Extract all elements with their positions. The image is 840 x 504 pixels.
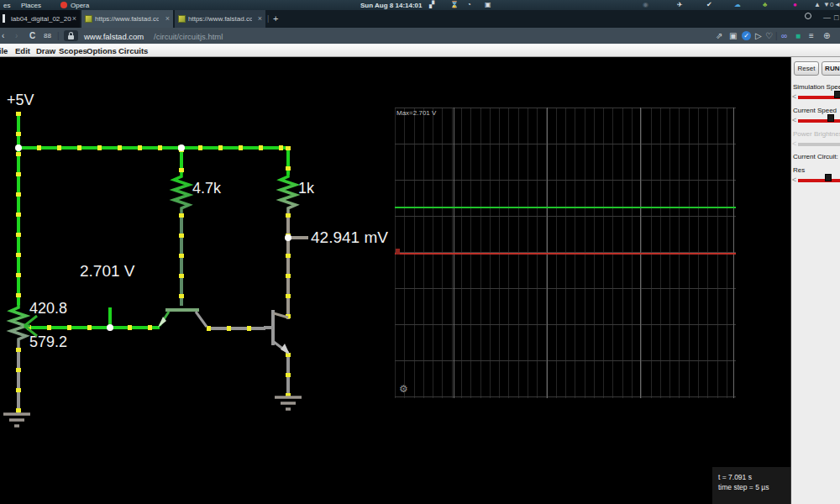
slider-arrow-icon: < (792, 176, 796, 184)
menu-options[interactable]: Options (87, 46, 117, 55)
readout-stub-wire[interactable] (290, 236, 308, 239)
leaf-icon[interactable]: ♣ (763, 1, 767, 8)
menu-circuits[interactable]: Circuits (118, 46, 148, 55)
circuit-canvas[interactable]: +5V 4.7k 1k 42.941 mV 2.701 V 420.8 579.… (0, 57, 790, 504)
tab-falstad-active[interactable]: https://www.falstad.com/ × (81, 10, 173, 28)
heart-icon[interactable]: ♡ (765, 31, 773, 40)
wiper-wire[interactable] (27, 326, 160, 329)
bluetooth-icon[interactable]: 0 (830, 1, 833, 8)
ground-symbol[interactable] (273, 396, 303, 412)
browser-tab-bar: lab04_digital_02_2021 × https://www.fals… (0, 10, 840, 28)
run-stop-button[interactable]: RUN / (822, 61, 840, 76)
check-icon[interactable]: ✔ (706, 1, 712, 8)
hourglass-icon[interactable]: ⌛ (450, 1, 459, 8)
t1-t2-link-wire[interactable] (207, 327, 265, 330)
cloud-icon[interactable]: ☁ (734, 1, 741, 8)
simulation-side-panel: Reset RUN / Simulation Speed < Current S… (790, 57, 840, 504)
shield-icon[interactable]: ✓ (742, 31, 751, 40)
browser-toolbar: ‹ › C 88 | www.falstad.com /circuit/circ… (0, 28, 840, 44)
r1-top-wire[interactable] (180, 148, 183, 173)
tab-close-icon[interactable]: × (258, 14, 262, 23)
junction-dot (178, 144, 185, 151)
top-rail-wire[interactable] (17, 146, 290, 150)
t2-emitter-wire[interactable] (286, 353, 290, 397)
oscilloscope-panel[interactable]: Max=2.701 V ⚙ (395, 108, 736, 398)
junction-dot (107, 324, 113, 331)
transistor-t2[interactable] (264, 306, 296, 356)
globe-icon[interactable]: ⊕ (823, 31, 830, 40)
tablet-icon[interactable]: ▣ (485, 1, 491, 8)
opera-logo-icon (60, 2, 67, 8)
tab-separator: | (267, 14, 269, 23)
slider-arrow-icon: < (792, 92, 796, 101)
forward-icon[interactable]: › (15, 31, 18, 40)
search-icon[interactable] (805, 13, 811, 19)
sim-time: t = 7.091 s (718, 472, 790, 482)
menu-opera[interactable]: Opera (71, 2, 89, 9)
reset-button[interactable]: Reset (794, 61, 819, 76)
share-icon[interactable]: ⇗ (716, 31, 722, 40)
site-security-badge[interactable] (64, 30, 78, 41)
wifi-icon[interactable]: ▼ (823, 1, 830, 8)
power-brightness-slider[interactable]: < (791, 140, 840, 149)
system-menu-bar: es Places Opera Sun Aug 8 14:14:01 ▞ ⌛ ◔… (0, 0, 840, 10)
snapshot-icon[interactable]: ▣ (729, 31, 737, 40)
resistor-4.7k[interactable] (171, 173, 192, 213)
minimize-icon[interactable]: — (823, 13, 831, 22)
junction-dot (15, 144, 22, 151)
potentiometer[interactable] (5, 302, 40, 351)
simulation-speed-slider[interactable]: < (791, 93, 840, 102)
speed-dial-icon[interactable]: 88 (44, 32, 51, 39)
falstad-favicon-icon (178, 15, 186, 23)
clock-icon[interactable]: ◔ (467, 1, 471, 8)
menu-draw[interactable]: Draw (36, 46, 55, 55)
transistor-t1[interactable] (155, 304, 210, 331)
eject-icon[interactable]: ▲ (814, 1, 821, 8)
play-icon[interactable]: ▷ (755, 31, 762, 40)
supply-rail-wire[interactable] (17, 112, 20, 305)
collector-wire[interactable] (286, 213, 290, 319)
slider-arrow-icon: < (792, 139, 796, 148)
simulation-speed-label: Simulation Speed (793, 83, 840, 91)
menu-edit[interactable]: Edit (15, 46, 30, 55)
resistor-1k[interactable] (278, 173, 298, 213)
slider-arrow-icon: < (792, 116, 796, 124)
tab-close-icon[interactable]: × (72, 14, 76, 23)
t1-base-wire[interactable] (180, 213, 183, 306)
back-icon[interactable]: ‹ (2, 31, 4, 40)
junction-dot (285, 234, 291, 241)
new-tab-button[interactable]: + (273, 13, 278, 24)
tab-falstad-2[interactable]: https://www.falstad.com/ × (175, 10, 265, 28)
res-slider[interactable]: < (791, 176, 840, 185)
telegram-icon[interactable]: ✈ (677, 1, 683, 8)
scope-red-trace (395, 253, 736, 255)
menu-applications[interactable]: es (3, 2, 10, 9)
pot-ground-wire[interactable] (17, 348, 20, 414)
volume-icon[interactable]: ◄ (834, 1, 840, 8)
tab-title: lab04_digital_02_2021 (11, 15, 71, 23)
clock[interactable]: Sun Aug 8 14:14:01 (360, 2, 423, 9)
toolbar-separator: | (57, 31, 60, 40)
tab-close-icon[interactable]: × (165, 14, 170, 23)
tray-app-icon[interactable]: ◉ (643, 1, 648, 8)
menu-places[interactable]: Places (21, 2, 41, 9)
link-icon[interactable]: ∞ (781, 31, 787, 40)
r2-top-wire[interactable] (286, 146, 290, 175)
ground-symbol[interactable] (2, 412, 32, 429)
current-speed-slider[interactable]: < (791, 117, 840, 125)
menu-file[interactable]: File (0, 46, 8, 55)
bookmark-flag-icon[interactable]: ■ (795, 31, 801, 40)
maximize-icon[interactable]: □ (834, 13, 838, 22)
falstad-favicon-icon (85, 15, 92, 23)
url-path[interactable]: /circuit/circuitjs.html (154, 32, 223, 41)
menu-scopes[interactable]: Scopes (59, 46, 87, 55)
sim-timestep: time step = 5 µs (718, 482, 790, 492)
reading-list-icon[interactable]: ≡ (809, 31, 814, 40)
url-host[interactable]: www.falstad.com (84, 32, 144, 41)
reload-icon[interactable]: C (29, 31, 35, 40)
network-icon[interactable]: ▞ (429, 1, 434, 8)
scope-settings-gear-icon[interactable]: ⚙ (399, 383, 408, 395)
magenta-dot-icon[interactable]: ● (793, 1, 797, 8)
node-voltage-label: 2.701 V (80, 262, 135, 281)
tab-lab04[interactable]: lab04_digital_02_2021 × (0, 10, 80, 28)
